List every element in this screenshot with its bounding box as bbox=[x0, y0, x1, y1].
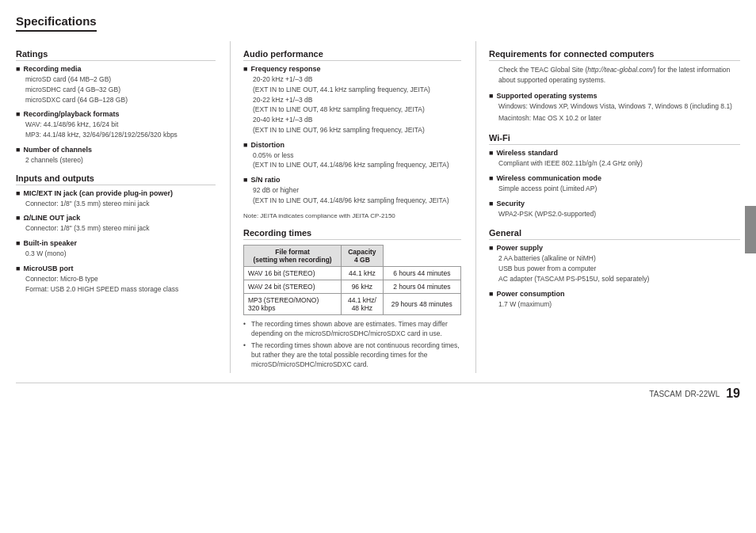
built-in-speaker-item-1: 0.3 W (mono) bbox=[25, 249, 216, 259]
supported-os-body: Windows: Windows XP, Windows Vista, Wind… bbox=[489, 101, 740, 124]
power-supply-body: 2 AA batteries (alkaline or NiMH) USB bu… bbox=[489, 253, 740, 284]
recording-notes: The recording times shown above are esti… bbox=[243, 320, 461, 370]
wifi-heading: Wi-Fi bbox=[489, 133, 740, 145]
inputs-outputs-heading: Inputs and outputs bbox=[16, 173, 216, 185]
windows-os: Windows: Windows XP, Windows Vista, Wind… bbox=[498, 101, 740, 112]
sn-ratio-item-1: 92 dB or higher bbox=[253, 185, 461, 196]
table-cell-time-0: 6 hours 44 minutes bbox=[383, 266, 460, 280]
power-supply-section: Power supply 2 AA batteries (alkaline or… bbox=[489, 244, 740, 284]
recording-media-title: Recording media bbox=[16, 65, 216, 73]
power-consumption-section: Power consumption 1.7 W (maximum) bbox=[489, 290, 740, 310]
wireless-comm-section: Wireless communication mode Simple acces… bbox=[489, 174, 740, 194]
frequency-response-body: 20-20 kHz +1/–3 dB (EXT IN to LINE OUT, … bbox=[243, 74, 461, 135]
recording-playback-item-2: MP3: 44.1/48 kHz, 32/64/96/128/192/256/3… bbox=[25, 130, 216, 140]
requirements-body: Check the TEAC Global Site (http://teac-… bbox=[489, 65, 740, 86]
security-section: Security WPA2-PSK (WPS2.0-supported) bbox=[489, 200, 740, 219]
sn-ratio-body: 92 dB or higher (EXT IN to LINE OUT, 44.… bbox=[243, 185, 461, 206]
column-2: Audio performance Frequency response 20-… bbox=[230, 41, 475, 373]
wireless-comm-item-1: Simple access point (Limited AP) bbox=[498, 184, 740, 194]
power-consumption-title: Power consumption bbox=[489, 290, 740, 298]
footer-brand: TASCAM bbox=[649, 390, 682, 398]
table-col2-header: Capacity4 GB bbox=[342, 245, 383, 266]
mic-ext-body: Connector: 1/8" (3.5 mm) stereo mini jac… bbox=[16, 199, 216, 209]
security-title: Security bbox=[489, 200, 740, 207]
built-in-speaker-section: Built-in speaker 0.3 W (mono) bbox=[16, 239, 216, 259]
recording-note-1: The recording times shown above are esti… bbox=[243, 320, 461, 339]
line-out-body: Connector: 1/8" (3.5 mm) stereo mini jac… bbox=[16, 223, 216, 234]
sn-ratio-item-2: (EXT IN to LINE OUT, 44.1/48/96 kHz samp… bbox=[253, 196, 461, 206]
table-cell-time-2: 29 hours 48 minutes bbox=[383, 293, 460, 314]
wireless-standard-title: Wireless standard bbox=[489, 149, 740, 157]
power-consumption-item-1: 1.7 W (maximum) bbox=[498, 299, 740, 310]
requirements-url: http://teac-global.com/ bbox=[587, 66, 654, 74]
mac-os: Macintosh: Mac OS X 10.2 or later bbox=[498, 113, 740, 124]
distortion-item-2: (EXT IN to LINE OUT, 44.1/48/96 kHz samp… bbox=[253, 160, 461, 170]
ratings-heading: Ratings bbox=[16, 49, 216, 61]
sn-ratio-section: S/N ratio 92 dB or higher (EXT IN to LIN… bbox=[243, 176, 461, 206]
recording-media-item-2: microSDHC card (4 GB–32 GB) bbox=[25, 85, 216, 95]
recording-media-section: Recording media microSD card (64 MB–2 GB… bbox=[16, 65, 216, 105]
footer-page: 19 bbox=[726, 386, 740, 401]
power-supply-item-3: AC adapter (TASCAM PS-P515U, sold separa… bbox=[498, 274, 740, 284]
column-3: Requirements for connected computers Che… bbox=[475, 41, 740, 373]
table-cell-freq-1: 96 kHz bbox=[342, 280, 383, 293]
table-row: WAV 24 bit (STEREO)96 kHz2 hours 04 minu… bbox=[244, 280, 461, 293]
supported-os-section: Supported operating systems Windows: Win… bbox=[489, 92, 740, 124]
freq-item-1: 20-20 kHz +1/–3 dB bbox=[253, 74, 461, 85]
page-title: Specifications bbox=[16, 14, 97, 32]
table-cell-format-1: WAV 24 bit (STEREO) bbox=[244, 280, 342, 293]
freq-item-6: (EXT IN to LINE OUT, 96 kHz sampling fre… bbox=[253, 125, 461, 135]
distortion-section: Distortion 0.05% or less (EXT IN to LINE… bbox=[243, 141, 461, 171]
table-cell-time-1: 2 hours 04 minutes bbox=[383, 280, 460, 293]
frequency-response-section: Frequency response 20-20 kHz +1/–3 dB (E… bbox=[243, 65, 461, 135]
distortion-title: Distortion bbox=[243, 141, 461, 149]
jeita-note: Note: JEITA indicates compliance with JE… bbox=[243, 211, 461, 220]
number-of-channels-item-1: 2 channels (stereo) bbox=[25, 155, 216, 166]
microusb-item-1: Connector: Micro-B type bbox=[25, 274, 216, 284]
side-tab bbox=[745, 206, 756, 253]
recording-media-item-1: microSD card (64 MB–2 GB) bbox=[25, 74, 216, 85]
freq-item-4: (EXT IN to LINE OUT, 48 kHz sampling fre… bbox=[253, 105, 461, 115]
mic-ext-section: MIC/EXT IN jack (can provide plug-in pow… bbox=[16, 189, 216, 209]
supported-os-title: Supported operating systems bbox=[489, 92, 740, 100]
security-body: WPA2-PSK (WPS2.0-supported) bbox=[489, 209, 740, 219]
recording-playback-title: Recording/playback formats bbox=[16, 110, 216, 118]
microusb-title: MicroUSB port bbox=[16, 265, 216, 272]
wireless-comm-body: Simple access point (Limited AP) bbox=[489, 184, 740, 194]
requirements-heading: Requirements for connected computers bbox=[489, 49, 740, 61]
wireless-comm-title: Wireless communication mode bbox=[489, 174, 740, 182]
microusb-body: Connector: Micro-B type Format: USB 2.0 … bbox=[16, 274, 216, 295]
number-of-channels-title: Number of channels bbox=[16, 146, 216, 154]
freq-item-2: (EXT IN to LINE OUT, 44.1 kHz sampling f… bbox=[253, 85, 461, 95]
requirements-text-before: Check the TEAC Global Site ( bbox=[498, 66, 587, 74]
table-col1-header: File format(setting when recording) bbox=[244, 245, 342, 266]
table-row: WAV 16 bit (STEREO)44.1 kHz6 hours 44 mi… bbox=[244, 266, 461, 280]
power-consumption-body: 1.7 W (maximum) bbox=[489, 299, 740, 310]
column-1: Ratings Recording media microSD card (64… bbox=[16, 41, 230, 373]
table-cell-freq-2: 44.1 kHz/ 48 kHz bbox=[342, 293, 383, 314]
security-item-1: WPA2-PSK (WPS2.0-supported) bbox=[498, 209, 740, 219]
power-supply-item-1: 2 AA batteries (alkaline or NiMH) bbox=[498, 253, 740, 264]
table-cell-freq-0: 44.1 kHz bbox=[342, 266, 383, 280]
recording-note-2: The recording times shown above are not … bbox=[243, 341, 461, 370]
microusb-section: MicroUSB port Connector: Micro-B type Fo… bbox=[16, 265, 216, 295]
number-of-channels-body: 2 channels (stereo) bbox=[16, 155, 216, 166]
recording-media-item-3: microSDXC card (64 GB–128 GB) bbox=[25, 95, 216, 105]
freq-item-5: 20-40 kHz +1/–3 dB bbox=[253, 115, 461, 125]
audio-performance-heading: Audio performance bbox=[243, 49, 461, 61]
recording-playback-section: Recording/playback formats WAV: 44.1/48/… bbox=[16, 110, 216, 140]
line-out-title: Ω/LINE OUT jack bbox=[16, 214, 216, 222]
table-row: MP3 (STEREO/MONO) 320 kbps44.1 kHz/ 48 k… bbox=[244, 293, 461, 314]
number-of-channels-section: Number of channels 2 channels (stereo) bbox=[16, 146, 216, 166]
mic-ext-title: MIC/EXT IN jack (can provide plug-in pow… bbox=[16, 189, 216, 197]
distortion-body: 0.05% or less (EXT IN to LINE OUT, 44.1/… bbox=[243, 150, 461, 171]
built-in-speaker-title: Built-in speaker bbox=[16, 239, 216, 247]
microusb-item-2: Format: USB 2.0 HIGH SPEED mass storage … bbox=[25, 284, 216, 295]
wireless-standard-item-1: Compliant with IEEE 802.11b/g/n (2.4 GHz… bbox=[498, 158, 740, 169]
wireless-standard-body: Compliant with IEEE 802.11b/g/n (2.4 GHz… bbox=[489, 158, 740, 169]
recording-times-table: File format(setting when recording) Capa… bbox=[243, 245, 461, 315]
distortion-item-1: 0.05% or less bbox=[253, 150, 461, 161]
freq-item-3: 20-22 kHz +1/–3 dB bbox=[253, 95, 461, 105]
general-heading: General bbox=[489, 228, 740, 240]
recording-times-heading: Recording times bbox=[243, 228, 461, 240]
